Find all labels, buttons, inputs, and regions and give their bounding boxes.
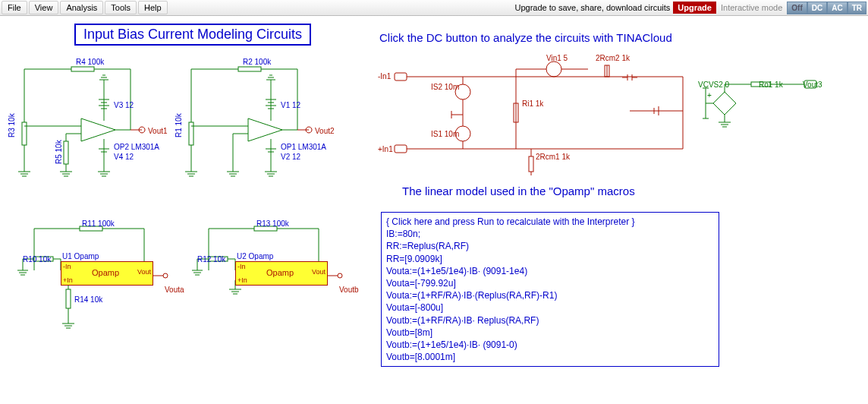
macro-b-in-pos: +In xyxy=(237,276,247,284)
macro-a-block-label: Opamp xyxy=(92,268,119,277)
menu-tools[interactable]: Tools xyxy=(105,1,137,14)
label-u2: U2 Opamp xyxy=(237,252,273,260)
label-rcm2: 2Rcm2 1k xyxy=(596,54,630,62)
circuit-upper-middle xyxy=(176,54,343,183)
label-v1: V1 12 xyxy=(281,101,300,109)
menu-help[interactable]: Help xyxy=(138,1,168,14)
svg-marker-16 xyxy=(81,118,115,141)
interactive-mode-label: Interactive mode xyxy=(721,3,782,12)
label-r10: R10 10k xyxy=(23,255,51,264)
svg-marker-99 xyxy=(713,92,736,115)
hint-linear-model: The linear model used in the "Opamp" mac… xyxy=(402,185,635,197)
hint-dc: Click the DC button to analyze the circu… xyxy=(379,31,672,44)
interp-line: Voutb=[8m] xyxy=(386,327,714,339)
svg-rect-10 xyxy=(64,141,68,164)
main-menu: File View Analysis Tools Help xyxy=(2,1,169,14)
interp-line: Voutb:=(1+1e5/1e4)·IB· (9091-0) xyxy=(386,339,714,351)
label-r4: R4 100k xyxy=(76,58,104,66)
interp-line: Voutb=[8.0001m] xyxy=(386,351,714,363)
macro-b-block-label: Opamp xyxy=(266,268,294,277)
label-vout3: Vout3 xyxy=(803,80,822,89)
label-r5: R5 10k xyxy=(55,140,63,164)
interp-line: RR=[9.0909k] xyxy=(386,253,714,265)
label-v4: V4 12 xyxy=(114,153,134,161)
page-title: Input Bias Current Modeling Circuits xyxy=(74,24,311,46)
svg-point-79 xyxy=(546,62,561,77)
svg-point-133 xyxy=(163,273,168,278)
svg-point-150 xyxy=(338,273,342,278)
menu-bar: File View Analysis Tools Help Upgrade to… xyxy=(0,0,868,16)
interp-line: Voutb:=(1+RF/RA)·IB· Replus(RA,RF) xyxy=(386,314,714,327)
svg-rect-1 xyxy=(71,67,94,71)
label-r13: R13 100k xyxy=(256,219,289,228)
svg-marker-48 xyxy=(248,118,282,141)
label-u1: U1 Opamp xyxy=(62,252,99,260)
label-r1: R1 10k xyxy=(175,113,183,137)
label-ro1: Ro1 1k xyxy=(759,80,783,89)
label-in-pos: +In1 xyxy=(378,145,393,153)
label-vouta: Vouta xyxy=(165,286,184,294)
menu-view[interactable]: View xyxy=(29,1,59,14)
label-vcvs: VCVS2 0 xyxy=(698,80,729,89)
label-op2: OP2 LM301A xyxy=(114,143,159,151)
interp-line: Vouta=[-799.92u] xyxy=(386,277,714,289)
svg-rect-66 xyxy=(395,73,407,80)
interp-line: Vouta:=(1+1e5/1e4)·IB· (9091-1e4) xyxy=(386,265,714,277)
label-r11: R11 100k xyxy=(82,219,115,228)
schematic-canvas[interactable]: Input Bias Current Modeling Circuits xyxy=(0,16,868,404)
interp-line: Vouta=[-800u] xyxy=(386,301,714,314)
label-is2: IS2 10m xyxy=(431,83,459,91)
label-r14: R14 10k xyxy=(74,295,102,304)
label-v2: V2 12 xyxy=(281,153,300,161)
svg-text:+: + xyxy=(707,91,712,99)
svg-rect-67 xyxy=(395,145,407,153)
circuit-upper-left xyxy=(9,54,176,183)
label-r3: R3 10k xyxy=(8,113,16,137)
mode-buttons: Off DC AC TR xyxy=(787,2,866,14)
mode-tr-button[interactable]: TR xyxy=(848,2,866,14)
label-rcm1: 2Rcm1 1k xyxy=(536,153,570,161)
opamp-macro-b: -In +In Opamp Vout xyxy=(235,261,328,286)
interp-line: { Click here and press Run to recalculat… xyxy=(386,216,714,228)
macro-a-in-neg: -In xyxy=(63,263,71,270)
interpreter-box[interactable]: { Click here and press Run to recalculat… xyxy=(381,212,719,367)
menu-file[interactable]: File xyxy=(2,1,27,14)
label-op1: OP1 LM301A xyxy=(281,143,326,151)
macro-b-in-neg: -In xyxy=(237,263,246,270)
macro-a-in-pos: +In xyxy=(63,276,73,284)
label-is1: IS1 10m xyxy=(431,130,459,138)
label-voutb: Voutb xyxy=(339,286,359,294)
circuit-linear-model: + xyxy=(379,50,835,179)
interp-line: Vouta:=(1+RF/RA)·IB·(Replus(RA,RF)-R1) xyxy=(386,289,714,301)
upgrade-button[interactable]: Upgrade xyxy=(673,2,716,14)
upgrade-hint: Upgrade to save, share, download circuit… xyxy=(515,3,671,12)
label-r2: R2 100k xyxy=(243,58,271,66)
label-in-neg: -In1 xyxy=(378,72,391,80)
svg-rect-93 xyxy=(529,156,533,172)
label-ri1: Ri1 1k xyxy=(522,99,543,108)
macro-a-out-label: Vout xyxy=(137,268,151,276)
label-vout1: Vout1 xyxy=(148,127,168,135)
interp-line: IB:=80n; xyxy=(386,228,714,240)
opamp-macro-a: -In +In Opamp Vout xyxy=(61,261,153,286)
mode-off-button[interactable]: Off xyxy=(787,2,807,14)
macro-b-out-label: Vout xyxy=(312,268,326,276)
interp-line: RR:=Replus(RA,RF) xyxy=(386,240,714,252)
label-vin1: Vin1 5 xyxy=(546,54,568,62)
svg-rect-126 xyxy=(66,289,71,308)
svg-rect-35 xyxy=(238,67,261,71)
mode-ac-button[interactable]: AC xyxy=(827,2,847,14)
menu-analysis[interactable]: Analysis xyxy=(60,1,103,14)
label-vout2: Vout2 xyxy=(315,127,335,135)
label-v3: V3 12 xyxy=(114,101,134,109)
mode-dc-button[interactable]: DC xyxy=(807,2,827,14)
label-r12: R12 10k xyxy=(197,255,225,264)
